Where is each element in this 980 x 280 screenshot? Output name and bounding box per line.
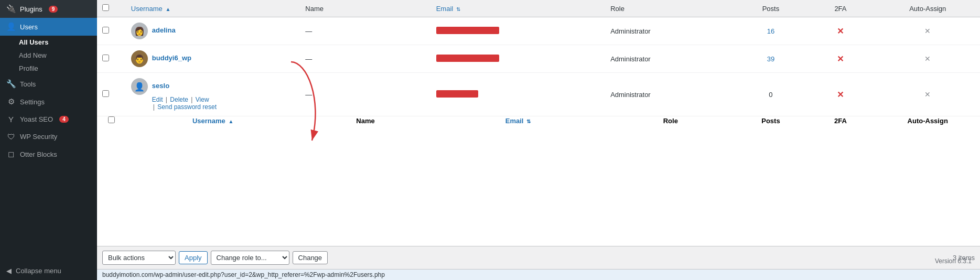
user-name-cell: — xyxy=(300,73,430,116)
sidebar-item-profile[interactable]: Profile xyxy=(0,62,97,75)
sidebar-settings-label: Settings xyxy=(20,98,45,106)
col-2fa-footer: 2FA xyxy=(834,117,847,125)
security-icon: 🛡 xyxy=(6,132,16,141)
col-2fa: 2FA xyxy=(834,5,846,13)
status-bar: buddyimotion.com/wp-admin/user-edit.php?… xyxy=(97,269,980,280)
user-role-cell: Administrator xyxy=(605,73,736,116)
collapse-label: Collapse menu xyxy=(16,267,61,275)
user-email-cell xyxy=(431,73,605,116)
col-username-footer[interactable]: Username ▲ xyxy=(192,117,233,125)
sidebar-item-users[interactable]: 👤 Users xyxy=(0,18,97,36)
table-header-row: Username ▲ Name Email ⇅ Role xyxy=(97,0,980,17)
table-row: 👤sesloEdit | Delete | View| Send passwor… xyxy=(97,73,980,116)
autoassign-x-icon: ✕ xyxy=(924,55,931,63)
user-name-cell: — xyxy=(300,45,430,73)
bulk-actions-select[interactable]: Bulk actions xyxy=(102,251,176,265)
sidebar-item-yoast[interactable]: Y Yoast SEO 4 xyxy=(0,111,97,128)
col-role: Role xyxy=(610,5,624,13)
sidebar-item-wp-security[interactable]: 🛡 WP Security xyxy=(0,128,97,145)
col-username[interactable]: Username ▲ xyxy=(131,5,171,13)
settings-icon: ⚙ xyxy=(6,97,16,106)
sidebar-users-label: Users xyxy=(20,23,38,31)
user-actions: Edit | Delete | View| Send password rese… xyxy=(131,96,295,111)
col-email[interactable]: Email ⇅ xyxy=(436,5,460,13)
username-link[interactable]: buddyi6_wp xyxy=(152,54,191,62)
user-email-cell xyxy=(431,17,605,45)
avatar: 👤 xyxy=(131,78,148,95)
yoast-badge: 4 xyxy=(59,116,69,123)
sidebar-tools-label: Tools xyxy=(20,80,36,88)
email-sort-footer-icon: ⇅ xyxy=(526,119,531,124)
row-checkbox-1[interactable] xyxy=(102,55,109,61)
avatar: 👩 xyxy=(131,23,148,39)
user-autoassign-cell: ✕ xyxy=(875,73,980,116)
table-footer-row: Username ▲ Name Email ⇅ Role xyxy=(97,116,980,125)
sidebar-item-otter-blocks[interactable]: ◻ Otter Blocks xyxy=(0,145,97,163)
email-sort-icon: ⇅ xyxy=(456,6,460,12)
user-name-cell: — xyxy=(300,17,430,45)
posts-link[interactable]: 16 xyxy=(767,27,774,35)
collapse-menu-button[interactable]: ◀ Collapse menu xyxy=(0,262,97,280)
select-all-checkbox[interactable] xyxy=(102,4,109,11)
user-2fa-cell: ✕ xyxy=(805,17,875,45)
avatar: 👨 xyxy=(131,50,148,67)
col-posts: Posts xyxy=(762,5,780,13)
col-email-footer[interactable]: Email ⇅ xyxy=(505,117,531,125)
sidebar: 🔌 Plugins 9 👤 Users All Users Add New Pr… xyxy=(0,0,97,280)
bottom-action-bar: Bulk actions Apply Change role to... Cha… xyxy=(97,246,980,269)
sidebar-wpsecurity-label: WP Security xyxy=(20,133,57,141)
table-row: 👩adelina—Administrator16✕✕ xyxy=(97,17,980,45)
change-button[interactable]: Change xyxy=(293,251,328,264)
sidebar-item-all-users[interactable]: All Users xyxy=(0,36,97,49)
status-bar-url: buddyimotion.com/wp-admin/user-edit.php?… xyxy=(102,271,385,278)
col-autoassign-footer: Auto-Assign xyxy=(908,117,948,125)
yoast-icon: Y xyxy=(6,115,16,124)
otter-icon: ◻ xyxy=(6,149,16,159)
sidebar-item-settings[interactable]: ⚙ Settings xyxy=(0,93,97,111)
sidebar-item-add-new[interactable]: Add New xyxy=(0,49,97,62)
user-posts-cell: 16 xyxy=(736,17,805,45)
twofa-x-icon: ✕ xyxy=(837,90,844,99)
email-redacted-bar xyxy=(436,55,499,62)
version-text: Version 6.3.1 xyxy=(935,257,972,265)
row-checkbox-0[interactable] xyxy=(102,27,109,34)
username-sort-footer-icon: ▲ xyxy=(228,119,233,124)
sidebar-yoast-label: Yoast SEO xyxy=(20,115,53,123)
email-redacted-bar xyxy=(436,90,478,98)
col-posts-footer: Posts xyxy=(761,117,780,125)
select-all-footer-checkbox[interactable] xyxy=(108,116,115,123)
autoassign-x-icon: ✕ xyxy=(924,27,931,35)
collapse-icon: ◀ xyxy=(6,267,12,275)
user-autoassign-cell: ✕ xyxy=(875,45,980,73)
plugins-badge: 9 xyxy=(49,6,58,13)
content-area: Username ▲ Name Email ⇅ Role xyxy=(97,0,980,246)
plugins-icon: 🔌 xyxy=(6,4,16,14)
action-edit[interactable]: Edit xyxy=(152,96,163,103)
user-posts-cell: 39 xyxy=(736,45,805,73)
row-checkbox-2[interactable] xyxy=(102,90,109,97)
username-sort-icon: ▲ xyxy=(165,6,170,12)
twofa-x-icon: ✕ xyxy=(837,27,844,36)
posts-link[interactable]: 39 xyxy=(767,55,774,63)
user-2fa-cell: ✕ xyxy=(805,73,875,116)
sidebar-plugins-label: Plugins xyxy=(20,5,42,13)
sidebar-item-plugins[interactable]: 🔌 Plugins 9 xyxy=(0,0,97,18)
user-role-cell: Administrator xyxy=(605,45,736,73)
username-link[interactable]: seslo xyxy=(152,82,169,90)
col-role-footer: Role xyxy=(663,117,678,125)
sidebar-item-tools[interactable]: 🔧 Tools xyxy=(0,75,97,93)
apply-button[interactable]: Apply xyxy=(179,251,208,264)
twofa-x-icon: ✕ xyxy=(837,55,844,63)
action-delete[interactable]: Delete xyxy=(170,96,188,103)
table-row: 👨buddyi6_wp—Administrator39✕✕ xyxy=(97,45,980,73)
user-email-cell xyxy=(431,45,605,73)
action-view[interactable]: View xyxy=(196,96,209,103)
autoassign-x-icon: ✕ xyxy=(924,90,931,99)
action-send-password-reset[interactable]: Send password reset xyxy=(157,103,217,111)
sidebar-otter-label: Otter Blocks xyxy=(20,150,57,158)
main-content: Username ▲ Name Email ⇅ Role xyxy=(97,0,980,280)
user-autoassign-cell: ✕ xyxy=(875,17,980,45)
change-role-select[interactable]: Change role to... xyxy=(211,251,289,265)
username-link[interactable]: adelina xyxy=(152,26,176,34)
user-posts-cell: 0 xyxy=(736,73,805,116)
